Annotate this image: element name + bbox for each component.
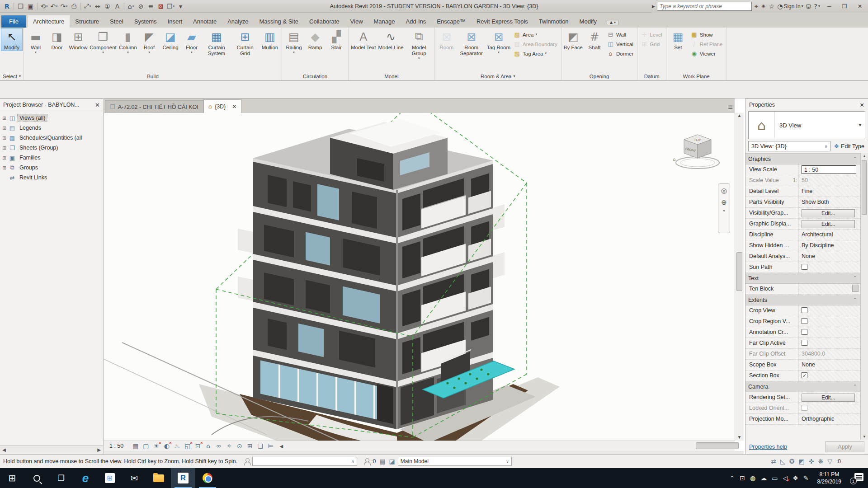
section-header-text[interactable]: Text⌃ xyxy=(745,273,860,284)
close-button[interactable]: ✕ xyxy=(854,1,866,11)
ribbon-tab-systems[interactable]: Systems xyxy=(129,15,162,28)
ten-block-browse-button[interactable] xyxy=(852,285,859,292)
cloud-sync-icon[interactable]: ☁ xyxy=(760,474,767,482)
steering-wheel-icon[interactable]: ◎ xyxy=(719,185,729,196)
minimize-button[interactable]: ─ xyxy=(823,1,835,11)
annotation-cr-checkbox[interactable] xyxy=(802,329,807,335)
sync-with-central-dropdown-icon[interactable]: ▾ xyxy=(46,5,48,8)
editable-only-icon[interactable] xyxy=(363,458,370,465)
project-browser-hscrollbar[interactable]: ◀ ▶ xyxy=(0,445,103,454)
project-browser-header[interactable]: Project Browser - BABYLON... ✕ xyxy=(0,99,103,111)
taskbar-file-explorer-icon[interactable] xyxy=(146,468,171,488)
panel-label-work-plane[interactable]: Work Plane xyxy=(666,72,726,80)
component-dropdown-icon[interactable]: ▾ xyxy=(102,51,104,54)
column-button[interactable]: ▮Column▾ xyxy=(118,28,138,54)
zoom-tool-icon[interactable]: ⊕ xyxy=(719,197,729,208)
rendering-dialog-icon[interactable]: ♨ xyxy=(172,442,182,450)
vertical-button[interactable]: ◫Vertical xyxy=(605,39,636,49)
close-hidden-windows-icon[interactable]: ⊠ xyxy=(156,1,165,12)
graphic-displa-edit-button[interactable]: Edit... xyxy=(802,220,855,228)
navigation-options-dropdown-icon[interactable]: ▾ xyxy=(723,209,725,213)
stair-button[interactable]: ▞Stair xyxy=(326,28,347,51)
taskbar-chrome-icon[interactable] xyxy=(195,468,220,488)
crop-region-v-checkbox[interactable] xyxy=(802,318,807,324)
view-tab-a-72-02-chi-ti-t-h-c-i-koi[interactable]: ❒A-72.02 - CHI TIẾT HỒ CÁI KOI xyxy=(105,100,203,113)
visibility-grap-edit-button[interactable]: Edit... xyxy=(802,209,855,217)
collapse-icon[interactable]: ⌃ xyxy=(853,385,857,389)
panel-label-opening[interactable]: Opening xyxy=(561,72,637,80)
ribbon-tab-insert[interactable]: Insert xyxy=(162,15,188,28)
background-processes-icon[interactable]: ❋ xyxy=(818,458,823,465)
taskbar-clock[interactable]: 8:11 PM 8/29/2019 xyxy=(814,471,845,485)
detail-level-icon[interactable]: ▦ xyxy=(131,442,140,450)
by-face-button[interactable]: ◩By Face xyxy=(563,28,584,51)
collapse-icon[interactable]: ⌃ xyxy=(853,298,857,302)
taskbar-search-icon[interactable] xyxy=(24,468,49,488)
ceiling-button[interactable]: ◪Ceiling xyxy=(160,28,181,51)
visual-style-icon[interactable]: ▢ xyxy=(141,442,151,450)
ribbon-collapse-button[interactable]: ▲▾ xyxy=(607,20,619,25)
ribbon-tab-twinmotion[interactable]: Twinmotion xyxy=(533,15,574,28)
floor-dropdown-icon[interactable]: ▾ xyxy=(191,51,193,54)
expand-icon[interactable]: ⊞ xyxy=(2,145,7,150)
dropbox-icon[interactable]: ❖ xyxy=(793,474,798,482)
ribbon-tab-enscape[interactable]: Enscape™ xyxy=(431,15,471,28)
ribbon-tab-architecture[interactable]: Architecture xyxy=(28,15,70,28)
pen-settings-icon[interactable]: ✎ xyxy=(803,474,809,482)
taskbar-revit-icon[interactable]: R xyxy=(171,468,195,488)
browser-item-revit-links[interactable]: ⇄Revit Links xyxy=(2,173,103,183)
sun-path-icon[interactable]: ☀ xyxy=(151,442,161,450)
type-selector-dropdown-icon[interactable]: ▼ xyxy=(858,123,865,127)
remote-desktop-icon[interactable]: ⊡ xyxy=(740,474,745,482)
properties-scroll-thumb[interactable] xyxy=(862,160,867,215)
filter-icon[interactable]: ▽ xyxy=(827,458,832,465)
collapse-icon[interactable]: ⌃ xyxy=(853,276,857,280)
view-tab-3d[interactable]: ⌂{3D}✕ xyxy=(203,99,242,113)
section-header-camera[interactable]: Camera⌃ xyxy=(745,381,860,392)
properties-close-icon[interactable]: ✕ xyxy=(860,102,864,108)
action-center-icon[interactable]: 1 xyxy=(852,473,863,483)
expand-icon[interactable]: ⊞ xyxy=(2,155,7,160)
scroll-right-icon[interactable]: ▶ xyxy=(95,447,103,452)
search-expand-icon[interactable]: ▶ xyxy=(652,4,655,9)
sign-in-button[interactable]: ◔ Sign In ▾ xyxy=(777,3,803,9)
select-pinned-toggle-icon[interactable]: ✪ xyxy=(789,458,795,465)
favorites-star-icon[interactable]: ☆ xyxy=(769,3,775,9)
taskbar-store-icon[interactable]: ⊞ xyxy=(98,468,122,488)
edit-type-button[interactable]: ❖ Edit Type xyxy=(833,142,865,150)
thin-lines-icon[interactable]: ≡ xyxy=(146,1,156,12)
undo-dropdown-icon[interactable]: ▾ xyxy=(56,5,58,8)
apply-button[interactable]: Apply xyxy=(826,441,864,452)
model-line-button[interactable]: ∿Model Line xyxy=(377,28,404,51)
panel-label-build[interactable]: Build xyxy=(24,72,282,80)
collapse-icon[interactable]: ⌃ xyxy=(853,157,857,161)
model-text-button[interactable]: AModel Text xyxy=(350,28,377,51)
shaft-button[interactable]: #Shaft xyxy=(584,28,605,51)
column-dropdown-icon[interactable]: ▾ xyxy=(127,51,129,54)
text-icon[interactable]: A xyxy=(113,1,122,12)
sun-path-checkbox[interactable] xyxy=(802,264,807,270)
tag-by-category-icon[interactable]: ① xyxy=(103,1,112,12)
redo-icon[interactable]: ↷▾ xyxy=(59,1,69,12)
section-header-extents[interactable]: Extents⌃ xyxy=(745,295,860,305)
measure-dropdown-icon[interactable]: ▾ xyxy=(90,5,91,8)
aligned-dimension-icon[interactable]: ↔ xyxy=(93,1,102,12)
select-underlay-toggle-icon[interactable]: ◺ xyxy=(780,458,785,465)
revit-logo-icon[interactable]: R xyxy=(2,1,12,12)
browser-item-families[interactable]: ⊞▣Families xyxy=(2,153,103,163)
taskbar-edge-icon[interactable]: e xyxy=(73,468,98,488)
door-button[interactable]: ◨Door xyxy=(47,28,67,51)
panel-label-model[interactable]: Model xyxy=(349,72,434,80)
wall-button[interactable]: ▬Wall▾ xyxy=(25,28,46,54)
section-icon[interactable]: ⊘ xyxy=(136,1,146,12)
panel-label-datum[interactable]: Datum xyxy=(637,72,666,80)
project-browser-close-icon[interactable]: ✕ xyxy=(95,102,100,108)
dormer-button[interactable]: ⌂Dormer xyxy=(605,49,636,58)
modify-button[interactable]: ↖Modify xyxy=(1,28,22,51)
graphics-settings-icon[interactable]: ◍ xyxy=(750,474,755,482)
browser-item-sheets-group[interactable]: ⊞❒Sheets (Group) xyxy=(2,143,103,153)
active-workset-combo[interactable]: ∨ xyxy=(252,457,357,466)
roof-button[interactable]: ◤Roof▾ xyxy=(139,28,160,54)
properties-scrollbar[interactable]: ▲ ▼ xyxy=(860,153,868,440)
browser-item-legends[interactable]: ⊞▤Legends xyxy=(2,123,103,133)
